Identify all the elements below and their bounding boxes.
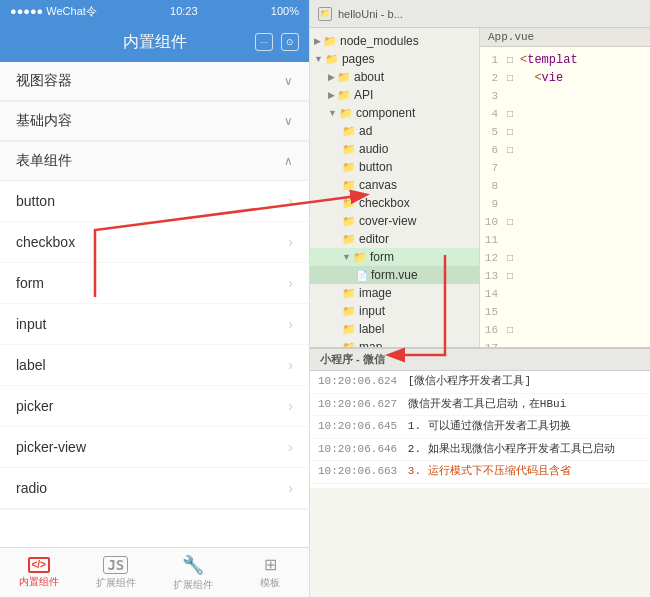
log-message: 微信开发者工具已启动，在HBui xyxy=(408,398,566,410)
expand-icon: 🔧 xyxy=(182,554,204,576)
nav-item-checkbox[interactable]: checkbox › xyxy=(0,222,309,263)
tree-label-image: image xyxy=(359,286,392,300)
console-log-2: 10:20:06.627 微信开发者工具已启动，在HBui xyxy=(310,394,650,417)
code-line: 1 □ <templat xyxy=(480,51,650,69)
folder-icon: 📁 xyxy=(342,305,356,318)
tree-item-pages[interactable]: ▼ 📁 pages xyxy=(310,50,479,68)
tree-label-checkbox: checkbox xyxy=(359,196,410,210)
tab-template-label: 模板 xyxy=(260,576,280,590)
tab-js[interactable]: JS 扩展组件 xyxy=(77,552,154,594)
tree-item-form-vue[interactable]: 📄 form.vue xyxy=(310,266,479,284)
code-line: 9 xyxy=(480,195,650,213)
tree-label-form: form xyxy=(370,250,394,264)
status-bar: ●●●●● WeChat令 10:23 100% xyxy=(0,0,309,22)
log-timestamp: 10:20:06.624 xyxy=(318,375,397,387)
code-file-header: App.vue xyxy=(480,28,650,47)
section-header-view[interactable]: 视图容器 ∨ xyxy=(0,62,309,101)
nav-item-picker-view[interactable]: picker-view › xyxy=(0,427,309,468)
section-header-form[interactable]: 表单组件 ∧ xyxy=(0,142,309,181)
tree-label-component: component xyxy=(356,106,415,120)
tree-item-api[interactable]: ▶ 📁 API xyxy=(310,86,479,104)
tree-label-about: about xyxy=(354,70,384,84)
line-number: 2 xyxy=(480,72,504,84)
bottom-tabs: </> 内置组件 JS 扩展组件 🔧 扩展组件 ⊞ 模板 xyxy=(0,547,309,597)
code-line: 16□ xyxy=(480,321,650,339)
section-header-basic[interactable]: 基础内容 ∨ xyxy=(0,102,309,141)
folder-icon: 📁 xyxy=(323,35,337,48)
console-panel: 小程序 - 微信 10:20:06.624 [微信小程序开发者工具] 10:20… xyxy=(310,348,650,488)
nav-item-form[interactable]: form › xyxy=(0,263,309,304)
nav-item-radio[interactable]: radio › xyxy=(0,468,309,509)
log-timestamp: 10:20:06.645 xyxy=(318,420,397,432)
code-line: 17 xyxy=(480,339,650,347)
section-basic: 基础内容 ∨ xyxy=(0,102,309,142)
folder-icon: 📁 xyxy=(342,215,356,228)
tree-item-image[interactable]: 📁 image xyxy=(310,284,479,302)
log-timestamp: 10:20:06.646 xyxy=(318,443,397,455)
section-view-container: 视图容器 ∨ xyxy=(0,62,309,102)
grid-icon: ⊞ xyxy=(264,555,277,574)
tree-item-canvas[interactable]: 📁 canvas xyxy=(310,176,479,194)
js-icon: JS xyxy=(103,556,128,574)
tree-item-editor[interactable]: 📁 editor xyxy=(310,230,479,248)
chevron-right-icon: ▶ xyxy=(328,90,335,100)
log-message: 3. 运行模式下不压缩代码且含省 xyxy=(408,465,571,477)
log-message: 1. 可以通过微信开发者工具切换 xyxy=(408,420,571,432)
folder-icon: 📁 xyxy=(342,233,356,246)
tree-item-form[interactable]: ▼ 📁 form xyxy=(310,248,479,266)
tree-item-component[interactable]: ▼ 📁 component xyxy=(310,104,479,122)
tree-item-about[interactable]: ▶ 📁 about xyxy=(310,68,479,86)
tree-item-cover-view[interactable]: 📁 cover-view xyxy=(310,212,479,230)
page-title: 内置组件 xyxy=(123,32,187,53)
console-log-4: 10:20:06.646 2. 如果出现微信小程序开发者工具已启动 xyxy=(310,439,650,462)
tree-item-audio[interactable]: 📁 audio xyxy=(310,140,479,158)
chevron-right-icon: › xyxy=(288,439,293,455)
chevron-down-icon-basic: ∨ xyxy=(284,114,293,128)
chevron-down-icon: ▼ xyxy=(328,108,337,118)
tab-template[interactable]: ⊞ 模板 xyxy=(232,551,309,594)
nav-item-input[interactable]: input › xyxy=(0,304,309,345)
folder-icon: 📁 xyxy=(337,71,351,84)
tree-item-ad[interactable]: 📁 ad xyxy=(310,122,479,140)
home-icon[interactable]: ⊙ xyxy=(281,33,299,51)
section-form: 表单组件 ∧ button › checkbox › form › input xyxy=(0,142,309,510)
code-lines: 1 □ <templat 2 □ <vie 3 4□ 5□ 6□ xyxy=(480,47,650,347)
folder-icon: 📁 xyxy=(342,143,356,156)
code-line: 7 xyxy=(480,159,650,177)
tab-expand[interactable]: 🔧 扩展组件 xyxy=(155,550,232,596)
line-number: 1 xyxy=(480,54,504,66)
vue-file-icon: 📄 xyxy=(356,270,368,281)
folder-icon: 📁 xyxy=(325,53,339,66)
menu-icon[interactable]: ··· xyxy=(255,33,273,51)
nav-item-label[interactable]: label › xyxy=(0,345,309,386)
code-line: 12□ xyxy=(480,249,650,267)
file-tree: ▶ 📁 node_modules ▼ 📁 pages ▶ 📁 abou xyxy=(310,28,480,347)
chevron-right-icon: › xyxy=(288,234,293,250)
tab-builtin[interactable]: </> 内置组件 xyxy=(0,553,77,593)
code-line: 4□ xyxy=(480,105,650,123)
tree-label-cover-view: cover-view xyxy=(359,214,416,228)
folder-icon: 📁 xyxy=(342,197,356,210)
tree-label-pages: pages xyxy=(342,52,375,66)
tree-item-node-modules[interactable]: ▶ 📁 node_modules xyxy=(310,32,479,50)
tree-item-input[interactable]: 📁 input xyxy=(310,302,479,320)
tree-item-checkbox[interactable]: 📁 checkbox xyxy=(310,194,479,212)
fold-indicator: □ xyxy=(504,73,516,84)
code-line: 8 xyxy=(480,177,650,195)
chevron-up-icon: ∧ xyxy=(284,154,293,168)
tree-label-input: input xyxy=(359,304,385,318)
section-label-form: 表单组件 xyxy=(16,152,72,170)
chevron-right-icon: › xyxy=(288,316,293,332)
tree-item-button[interactable]: 📁 button xyxy=(310,158,479,176)
nav-item-button[interactable]: button › xyxy=(0,181,309,222)
log-message: 2. 如果出现微信小程序开发者工具已启动 xyxy=(408,443,615,455)
nav-item-label-picker: picker xyxy=(16,398,53,414)
tab-builtin-label: 内置组件 xyxy=(19,575,59,589)
chevron-right-icon: › xyxy=(288,275,293,291)
log-message: [微信小程序开发者工具] xyxy=(408,375,531,387)
tree-item-label[interactable]: 📁 label xyxy=(310,320,479,338)
nav-item-picker[interactable]: picker › xyxy=(0,386,309,427)
line-content: <vie xyxy=(516,71,650,85)
tree-item-map[interactable]: 📁 map xyxy=(310,338,479,347)
ide-header: 📁 helloUni - b... xyxy=(310,0,650,28)
